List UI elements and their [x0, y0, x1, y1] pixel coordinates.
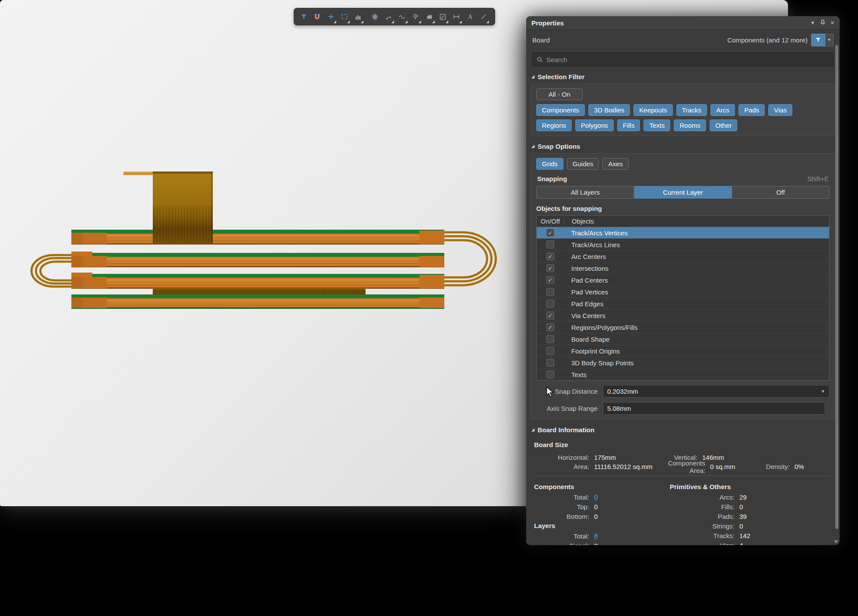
stat-value[interactable]: 0 [594, 494, 598, 500]
filter-chip-keepouts[interactable]: Keepouts [633, 104, 672, 116]
filter-chip-texts[interactable]: Texts [644, 119, 670, 131]
component-chip-icon[interactable] [368, 8, 382, 25]
checkbox-board-shape[interactable] [546, 335, 554, 343]
checkbox-track-arcs-vertices[interactable]: ✓ [546, 229, 554, 237]
components-area-value: 0 sq.mm [710, 463, 762, 470]
filter-chip-pads[interactable]: Pads [738, 104, 765, 116]
pin-icon[interactable] [820, 20, 825, 26]
section-snap-options[interactable]: ◢ Snap Options [531, 143, 834, 150]
filter-chip-regions[interactable]: Regions [536, 119, 572, 131]
polygon-icon[interactable] [422, 8, 436, 25]
snap-row-arc-centers[interactable]: ✓Arc Centers [537, 251, 829, 262]
area-label: Area: [533, 463, 589, 470]
board-information-body: Board Size Horizontal: 175mm Vertical: 1… [531, 437, 835, 545]
snap-row-texts[interactable]: Texts [537, 369, 829, 380]
section-selection-filter[interactable]: ◢ Selection Filter [531, 73, 834, 80]
dimension-icon[interactable] [450, 8, 463, 25]
text-icon[interactable]: A [463, 8, 477, 25]
mouse-cursor [546, 387, 557, 400]
place-bars-icon[interactable] [351, 8, 365, 25]
density-label: Density: [762, 463, 790, 470]
snap-row-pad-centers[interactable]: ✓Pad Centers [537, 274, 829, 286]
properties-titlebar[interactable]: Properties ▼ ✕ [526, 16, 840, 30]
checkbox-pad-vertices[interactable] [546, 288, 554, 296]
stat-label: Arcs: [669, 494, 735, 501]
scroll-down-icon[interactable] [834, 540, 838, 543]
stat-row-vias: Vias:4 [669, 540, 826, 545]
snapping-mode-off[interactable]: Off [732, 186, 830, 199]
filter-chip-polygons[interactable]: Polygons [575, 119, 614, 131]
objects-for-snapping-table: On/Off Objects ✓Track/Arcs VerticesTrack… [536, 215, 830, 381]
via-icon[interactable] [409, 8, 422, 25]
snap-row-footprint-origins[interactable]: Footprint Origins [537, 345, 829, 357]
filter-chip-components[interactable]: Components [536, 104, 585, 116]
layers-label: Layers [534, 522, 665, 529]
checkbox-footprint-origins[interactable] [546, 347, 554, 355]
checkbox-track-arcs-lines[interactable] [546, 241, 554, 248]
components-area-label: Components Area: [654, 459, 705, 474]
column-header-onoff: On/Off [537, 217, 564, 225]
stat-value: 29 [739, 494, 747, 501]
snap-row-label: 3D Body Snap Points [564, 359, 634, 367]
horizontal-value: 175mm [594, 454, 654, 461]
checkbox-pad-edges[interactable] [546, 300, 554, 308]
search-input[interactable]: Search [532, 52, 833, 66]
snap-toggle-grids[interactable]: Grids [536, 158, 563, 170]
filter-chip-vias[interactable]: Vias [768, 104, 792, 116]
panel-collapse-icon[interactable]: ▼ [810, 20, 815, 25]
snap-row-track-arcs-vertices[interactable]: ✓Track/Arcs Vertices [537, 227, 829, 239]
snapping-mode-current-layer[interactable]: Current Layer [634, 186, 732, 199]
tune-wave-icon[interactable] [395, 8, 409, 25]
object-filter-button[interactable] [811, 34, 825, 46]
stat-row-fills: Fills:0 [669, 502, 826, 511]
checkbox-texts[interactable] [546, 371, 554, 378]
snap-options-body: Grids Guides Axes Snapping Shift+E All L… [531, 153, 835, 420]
stat-row-strings: Strings:0 [669, 521, 826, 531]
section-board-information[interactable]: ◢ Board Information [531, 426, 834, 434]
edit-box-icon[interactable] [436, 8, 450, 25]
filter-chip-rooms[interactable]: Rooms [674, 119, 706, 131]
snap-toggle-axes[interactable]: Axes [602, 158, 628, 170]
object-filter-dropdown[interactable]: ▼ [825, 34, 833, 46]
snap-row-pad-edges[interactable]: Pad Edges [537, 298, 829, 310]
filter-chip-tracks[interactable]: Tracks [676, 104, 707, 116]
crosshair-icon[interactable] [324, 8, 338, 25]
select-area-icon[interactable] [338, 8, 351, 25]
filter-scope-label: Components (and 12 more) [728, 36, 808, 44]
search-placeholder: Search [546, 56, 567, 63]
snap-toggle-guides[interactable]: Guides [567, 158, 599, 170]
checkbox-3d-body-snap-points[interactable] [546, 359, 554, 367]
snap-magnet-icon[interactable] [310, 8, 324, 25]
search-icon [537, 56, 543, 63]
filter-chip-other[interactable]: Other [710, 119, 738, 131]
app-root: A Properties ▼ ✕ Board Components (and 1… [0, 0, 858, 616]
all-on-button[interactable]: All - On [536, 88, 583, 100]
snap-row-board-shape[interactable]: Board Shape [537, 333, 829, 345]
snap-distance-dropdown[interactable]: 0.2032mm ▼ [603, 385, 830, 398]
collapse-triangle-icon: ◢ [531, 74, 534, 79]
checkbox-pad-centers[interactable]: ✓ [546, 276, 554, 284]
snapping-mode-all-layers[interactable]: All Layers [536, 186, 634, 199]
snap-row-track-arcs-lines[interactable]: Track/Arcs Lines [537, 239, 829, 251]
snap-row-3d-body-snap-points[interactable]: 3D Body Snap Points [537, 357, 829, 369]
snap-row-via-centers[interactable]: ✓Via Centers [537, 310, 829, 322]
stat-row-signal: Signal:8 [533, 541, 665, 545]
close-icon[interactable]: ✕ [830, 20, 834, 26]
snap-row-intersections[interactable]: ✓Intersections [537, 262, 829, 274]
stat-label: Strings: [669, 522, 735, 530]
checkbox-arc-centers[interactable]: ✓ [546, 252, 554, 260]
route-icon[interactable] [382, 8, 395, 25]
filter-chip-fills[interactable]: Fills [617, 119, 640, 131]
stat-value[interactable]: 8 [594, 532, 598, 539]
filter-icon[interactable] [297, 8, 310, 25]
checkbox-regions-polygons-fills[interactable]: ✓ [546, 323, 554, 331]
panel-scrollbar[interactable] [835, 45, 838, 529]
line-icon[interactable] [477, 8, 490, 25]
filter-chip-arcs[interactable]: Arcs [710, 104, 735, 116]
checkbox-via-centers[interactable]: ✓ [546, 312, 554, 319]
snap-row-pad-vertices[interactable]: Pad Vertices [537, 286, 829, 298]
filter-chip-3d-bodies[interactable]: 3D Bodies [588, 104, 630, 116]
snap-row-regions-polygons-fills[interactable]: ✓Regions/Polygons/Fills [537, 322, 829, 333]
checkbox-intersections[interactable]: ✓ [546, 264, 554, 272]
axis-snap-range-input[interactable]: 5.08mm [603, 402, 825, 415]
